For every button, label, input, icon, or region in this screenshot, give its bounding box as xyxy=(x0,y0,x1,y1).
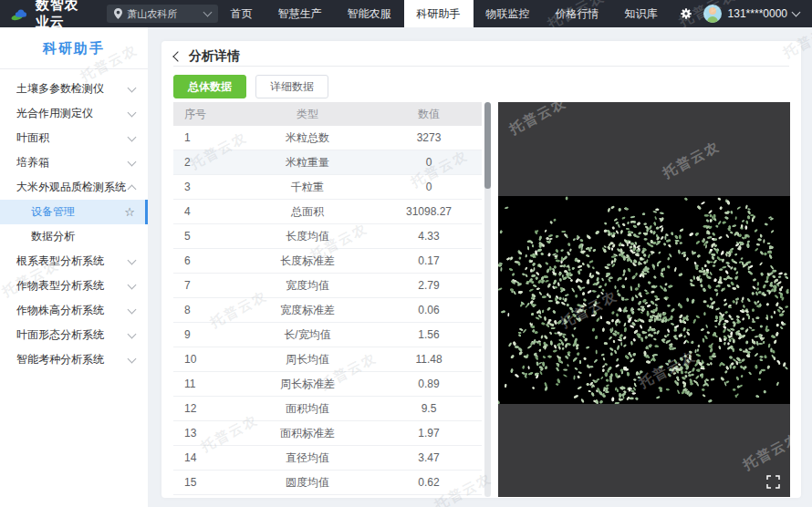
sidebar-item-label: 根系表型分析系统 xyxy=(16,254,129,269)
sidebar-item[interactable]: 作物株高分析系统 ☆ xyxy=(0,298,148,323)
scrollbar-thumb[interactable] xyxy=(484,102,491,189)
cell-type: 面积标准差 xyxy=(239,426,376,441)
cell-value: 0.89 xyxy=(376,378,482,390)
cell-index: 14 xyxy=(173,451,239,464)
table-row[interactable]: 5 长度均值 4.33 xyxy=(173,224,482,249)
cell-type: 周长均值 xyxy=(239,352,376,367)
cell-index: 6 xyxy=(173,254,239,267)
nav-item[interactable]: 价格行情 xyxy=(543,0,612,27)
analysis-card: 分析详情 总体数据 详细数据 序号 类型 数值 xyxy=(161,41,801,498)
table-row[interactable]: 14 直径均值 3.47 xyxy=(173,446,482,471)
chevron-icon xyxy=(128,281,137,290)
user-phone: 131****0000 xyxy=(728,7,787,20)
fullscreen-icon xyxy=(766,475,780,489)
summary-table: 序号 类型 数值 1 米粒总数 3273 xyxy=(173,102,482,497)
sidebar-item-label: 设备管理 xyxy=(31,204,124,220)
settings-button[interactable] xyxy=(680,7,692,20)
chevron-icon xyxy=(128,305,137,315)
sidebar-item[interactable]: 设备管理 ☆ xyxy=(0,200,148,224)
sidebar-item-label: 叶面积 xyxy=(16,130,129,146)
cell-value: 3.47 xyxy=(376,451,482,464)
cell-index: 2 xyxy=(173,156,239,169)
table-row[interactable]: 4 总面积 31098.27 xyxy=(173,200,482,224)
cell-type: 米粒重量 xyxy=(239,155,376,171)
chevron-icon xyxy=(128,355,137,364)
chevron-icon xyxy=(128,84,137,93)
sidebar-item[interactable]: 土壤多参数检测仪 ☆ xyxy=(0,77,148,101)
cell-value: 11.48 xyxy=(376,353,482,366)
app-window: 数智农业云 萧山农科所 首页 智慧生产 智能农服 科研助手 物联监控 价格行情 xyxy=(0,0,812,507)
table-row[interactable]: 13 面积标准差 1.97 xyxy=(173,421,482,446)
table-row[interactable]: 6 长度标准差 0.17 xyxy=(173,249,482,274)
cell-value: 31098.27 xyxy=(376,205,482,218)
page-title-row: 分析详情 xyxy=(174,48,240,65)
cell-value: 0 xyxy=(376,156,482,169)
location-pin-icon xyxy=(114,8,122,19)
nav-item[interactable]: 科研助手 xyxy=(404,0,474,27)
sidebar-item[interactable]: 光合作用测定仪 ☆ xyxy=(0,101,148,126)
table-row[interactable]: 8 宽度标准差 0.06 xyxy=(173,298,482,323)
top-nav-menu: 首页 智慧生产 智能农服 科研助手 物联监控 价格行情 知识库 xyxy=(218,0,671,27)
table-row[interactable]: 2 米粒重量 0 xyxy=(173,150,482,175)
page-title: 分析详情 xyxy=(189,48,240,65)
chevron-down-icon xyxy=(203,8,212,17)
cell-index: 8 xyxy=(173,304,239,316)
rice-grain-image xyxy=(498,196,790,404)
cell-value: 0 xyxy=(376,181,482,193)
sidebar-item[interactable]: 叶面形态分析系统 ☆ xyxy=(0,323,148,347)
cell-type: 长/宽均值 xyxy=(239,327,376,343)
nav-item[interactable]: 首页 xyxy=(218,0,265,27)
table-row[interactable]: 11 周长标准差 0.89 xyxy=(173,372,482,397)
nav-item[interactable]: 智慧生产 xyxy=(265,0,335,27)
cell-value: 3273 xyxy=(376,131,482,144)
sidebar-item[interactable]: 智能考种分析系统 ☆ xyxy=(0,347,148,372)
cell-index: 15 xyxy=(173,476,239,489)
back-arrow-icon[interactable] xyxy=(172,51,182,61)
top-navbar: 数智农业云 萧山农科所 首页 智慧生产 智能农服 科研助手 物联监控 价格行情 xyxy=(0,0,812,27)
chevron-icon xyxy=(128,109,137,118)
favorite-star-icon[interactable]: ☆ xyxy=(124,206,135,218)
table-row[interactable]: 15 圆度均值 0.62 xyxy=(173,471,482,495)
table-row[interactable]: 10 周长均值 11.48 xyxy=(173,347,482,372)
sidebar-title: 科研助手 xyxy=(0,27,148,68)
sidebar: 科研助手 土壤多参数检测仪 ☆ 光合作用测定仪 ☆ xyxy=(0,27,148,507)
fullscreen-button[interactable] xyxy=(766,475,780,489)
gear-icon xyxy=(680,7,692,20)
cell-type: 宽度均值 xyxy=(239,278,376,294)
nav-item[interactable]: 知识库 xyxy=(612,0,671,27)
cell-index: 4 xyxy=(173,205,239,218)
sidebar-item[interactable]: 叶面积 ☆ xyxy=(0,126,148,150)
cell-type: 圆度均值 xyxy=(239,475,376,491)
chevron-icon xyxy=(128,256,137,265)
table-row[interactable]: 12 面积均值 9.5 xyxy=(173,397,482,421)
sidebar-item[interactable]: 根系表型分析系统 ☆ xyxy=(0,249,148,274)
cell-index: 10 xyxy=(173,353,239,366)
cell-value: 0.06 xyxy=(376,304,482,316)
table-row[interactable]: 7 宽度均值 2.79 xyxy=(173,274,482,298)
cell-type: 面积均值 xyxy=(239,401,376,417)
table-row[interactable]: 1 米粒总数 3273 xyxy=(173,126,482,150)
cell-type: 宽度标准差 xyxy=(239,303,376,318)
sidebar-item-label: 土壤多参数检测仪 xyxy=(16,81,129,97)
sidebar-item-label: 培养箱 xyxy=(16,155,129,171)
cell-index: 5 xyxy=(173,230,239,243)
sidebar-item[interactable]: 大米外观品质检测系统 ☆ xyxy=(0,175,148,200)
cell-type: 长度标准差 xyxy=(239,254,376,269)
user-menu[interactable]: 131****0000 xyxy=(703,5,799,23)
sidebar-item[interactable]: 作物表型分析系统 ☆ xyxy=(0,274,148,298)
table-row[interactable]: 9 长/宽均值 1.56 xyxy=(173,323,482,347)
tab-button[interactable]: 总体数据 xyxy=(173,75,246,98)
nav-item[interactable]: 智能农服 xyxy=(335,0,404,27)
sidebar-item-label: 叶面形态分析系统 xyxy=(16,327,129,343)
sidebar-item-label: 光合作用测定仪 xyxy=(16,106,129,121)
location-select[interactable]: 萧山农科所 xyxy=(107,5,217,23)
cell-type: 总面积 xyxy=(239,204,376,220)
column-header-type: 类型 xyxy=(239,107,376,122)
tab-button[interactable]: 详细数据 xyxy=(255,75,328,98)
nav-item[interactable]: 物联监控 xyxy=(474,0,543,27)
table-row[interactable]: 3 千粒重 0 xyxy=(173,175,482,200)
app-title: 数智农业云 xyxy=(36,0,93,31)
cloud-leaf-logo-icon xyxy=(11,5,28,23)
sidebar-item[interactable]: 培养箱 ☆ xyxy=(0,150,148,175)
sidebar-item[interactable]: 数据分析 ☆ xyxy=(0,224,148,249)
